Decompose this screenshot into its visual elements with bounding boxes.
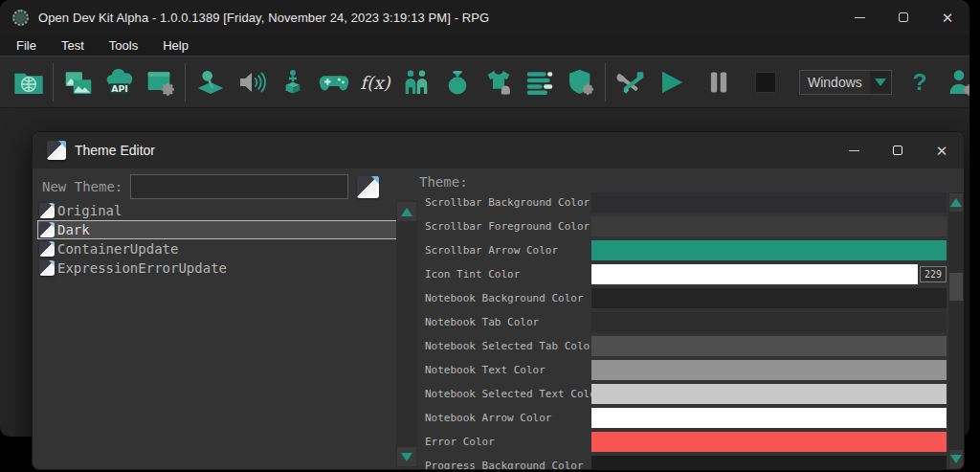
theme-property-row: Scrollbar Background Color xyxy=(419,192,947,213)
images-icon[interactable] xyxy=(57,61,99,103)
property-label: Notebook Tab Color xyxy=(419,316,591,328)
equipment-icon[interactable] xyxy=(478,61,519,103)
api-icon[interactable]: API xyxy=(99,61,140,103)
theme-property-row: Scrollbar Arrow Color xyxy=(419,240,947,260)
theme-icon xyxy=(39,241,55,257)
property-color-swatch[interactable] xyxy=(591,192,947,213)
close-button[interactable]: ✕ xyxy=(925,0,969,34)
arrow-down-icon xyxy=(401,453,412,461)
theme-list-item[interactable]: ContainerUpdate xyxy=(37,239,397,258)
maximize-icon xyxy=(893,146,902,155)
scrollbar-thumb[interactable] xyxy=(949,273,963,301)
theme-name: ContainerUpdate xyxy=(57,241,178,257)
property-label: Scrollbar Background Color xyxy=(419,196,591,209)
toolbar-separator xyxy=(185,63,186,101)
theme-list-scrollbar[interactable] xyxy=(396,201,417,467)
property-color-swatch[interactable] xyxy=(591,216,947,236)
property-label: Notebook Selected Tab Color xyxy=(419,340,591,352)
currency-icon[interactable] xyxy=(436,61,478,103)
property-color-swatch[interactable] xyxy=(591,312,947,332)
theme-list-item[interactable]: Dark xyxy=(37,220,397,239)
add-theme-button[interactable] xyxy=(357,176,379,198)
property-color-swatch[interactable] xyxy=(591,336,947,356)
dropdown-arrow-button[interactable] xyxy=(870,71,891,94)
dialog-close-button[interactable]: ✕ xyxy=(920,132,964,169)
arrow-up-icon xyxy=(950,198,962,207)
platform-dropdown-value: Windows xyxy=(800,75,870,90)
dialog-titlebar[interactable]: Theme Editor ✕ xyxy=(33,132,964,169)
maximize-button[interactable] xyxy=(881,0,925,34)
theme-properties-panel: Scrollbar Background Color Scrollbar For… xyxy=(419,192,964,469)
theme-icon xyxy=(357,176,379,198)
window-settings-icon[interactable] xyxy=(140,61,181,103)
scroll-up-button[interactable] xyxy=(949,193,963,212)
screenshot-folder-icon[interactable] xyxy=(8,61,49,103)
people-icon[interactable] xyxy=(395,61,436,103)
map-icon[interactable] xyxy=(189,61,231,103)
property-value-box[interactable]: 229 xyxy=(920,266,947,282)
menu-item[interactable]: Help xyxy=(150,36,201,55)
property-color-swatch[interactable] xyxy=(591,360,947,380)
build-tools-icon[interactable] xyxy=(610,61,651,103)
property-label: Notebook Arrow Color xyxy=(419,412,591,424)
theme-name: Original xyxy=(57,203,122,218)
theme-list-item[interactable]: ExpressionErrorUpdate xyxy=(37,258,397,278)
maximize-icon xyxy=(899,12,908,22)
theme-editor-dialog: Theme Editor ✕ New Theme: Theme: Origina… xyxy=(32,131,965,470)
stop-icon xyxy=(755,72,776,93)
theme-editor-icon xyxy=(47,141,66,160)
arrow-down-icon xyxy=(950,455,962,463)
theme-name: ExpressionErrorUpdate xyxy=(57,260,227,276)
property-color-swatch[interactable] xyxy=(591,288,947,308)
property-label: Error Color xyxy=(419,436,591,448)
stop-button[interactable] xyxy=(745,61,786,103)
theme-property-row: Icon Tint Color 229 xyxy=(419,264,947,284)
property-color-swatch[interactable] xyxy=(591,408,947,428)
minimize-icon xyxy=(849,150,859,151)
pause-button[interactable] xyxy=(698,61,739,103)
scroll-up-button[interactable] xyxy=(397,202,416,221)
theme-property-row: Notebook Text Color xyxy=(419,360,947,380)
svg-text:f(x): f(x) xyxy=(360,73,390,93)
dialog-maximize-button[interactable] xyxy=(876,132,920,169)
menu-item[interactable]: Tools xyxy=(97,36,150,55)
levels-icon[interactable] xyxy=(519,61,560,103)
audio-icon[interactable] xyxy=(231,61,272,103)
theme-property-row: Notebook Selected Text Color xyxy=(419,384,947,404)
theme-property-row: Scrollbar Foreground Color xyxy=(419,216,947,236)
theme-icon xyxy=(39,203,55,218)
theme-list-item[interactable]: Original xyxy=(37,201,397,220)
property-color-swatch[interactable] xyxy=(591,384,947,404)
theme-icon xyxy=(39,260,55,276)
property-color-swatch[interactable] xyxy=(591,264,918,284)
menu-item[interactable]: File xyxy=(4,36,49,55)
platform-dropdown[interactable]: Windows xyxy=(799,70,892,95)
gamepad-icon[interactable] xyxy=(313,61,354,103)
dialog-minimize-button[interactable] xyxy=(832,132,876,169)
help-button[interactable]: ? xyxy=(905,69,935,96)
properties-scrollbar[interactable] xyxy=(948,192,964,469)
security-icon[interactable] xyxy=(560,61,601,103)
play-button[interactable] xyxy=(651,61,692,103)
character-icon[interactable] xyxy=(272,61,313,103)
property-label: Progress Background Color xyxy=(419,460,591,470)
menu-bar: FileTestToolsHelp xyxy=(0,34,969,56)
scroll-down-button[interactable] xyxy=(397,447,416,466)
account-settings-icon[interactable] xyxy=(940,61,969,103)
property-color-swatch[interactable] xyxy=(591,432,947,452)
main-titlebar[interactable]: Open Dev Kit Alpha - 1.0.0.1389 [Friday,… xyxy=(0,0,969,34)
minimize-button[interactable] xyxy=(837,0,881,34)
theme-property-row: Error Color xyxy=(419,432,947,452)
menu-item[interactable]: Test xyxy=(49,36,97,55)
chevron-down-icon xyxy=(875,79,886,86)
theme-list: Original Dark ContainerUpdate Expression… xyxy=(37,201,418,469)
property-color-swatch[interactable] xyxy=(591,456,947,470)
theme-property-row: Notebook Selected Tab Color xyxy=(419,336,947,356)
scroll-down-button[interactable] xyxy=(949,450,963,468)
theme-properties-list: Scrollbar Background Color Scrollbar For… xyxy=(419,192,947,469)
function-icon[interactable]: f(x) xyxy=(354,61,395,103)
new-theme-input[interactable] xyxy=(130,174,348,199)
property-color-swatch[interactable] xyxy=(591,240,947,260)
theme-icon xyxy=(39,222,55,237)
toolbar-separator xyxy=(605,63,606,101)
